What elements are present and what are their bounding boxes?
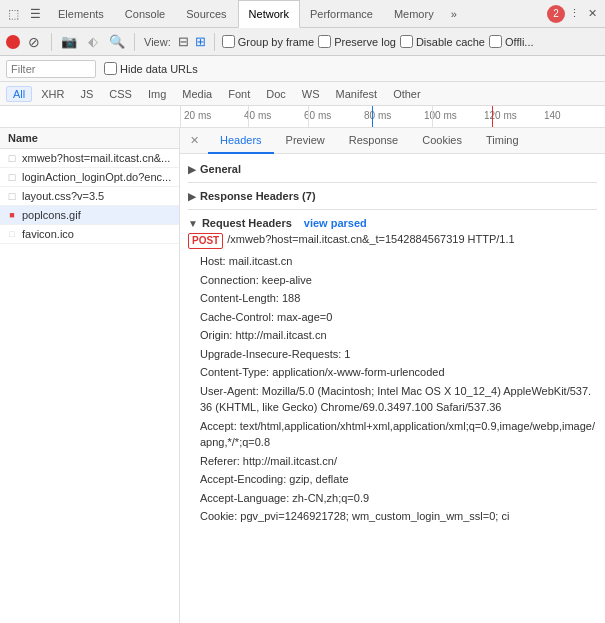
- file-name-poplicons: poplcons.gif: [22, 209, 81, 221]
- disable-cache-checkbox[interactable]: Disable cache: [400, 35, 485, 48]
- header-line-content-type: Content-Type: application/x-www-form-url…: [200, 363, 597, 382]
- type-filter-font[interactable]: Font: [221, 86, 257, 102]
- grid-line-1: [248, 106, 249, 127]
- devtools-close-icon[interactable]: ✕: [583, 5, 601, 23]
- tab-console[interactable]: Console: [115, 0, 176, 28]
- filter-row: Hide data URLs: [0, 56, 605, 82]
- devtools-menu-icon[interactable]: ⋮: [565, 5, 583, 23]
- file-name-favicon: favicon.ico: [22, 228, 74, 240]
- close-panel-button[interactable]: ✕: [186, 133, 202, 149]
- right-pane: ✕ Headers Preview Response Cookies Timin…: [180, 128, 605, 623]
- request-url-value: /xmweb?host=mail.itcast.cn&_t=1542884567…: [227, 233, 514, 245]
- file-item-xmweb[interactable]: □ xmweb?host=mail.itcast.cn&...: [0, 149, 179, 168]
- file-item-poplicons[interactable]: ■ poplcons.gif: [0, 206, 179, 225]
- blue-marker: [372, 106, 373, 127]
- request-headers-arrow-icon: ▼: [188, 218, 198, 229]
- clear-button[interactable]: ⊘: [24, 32, 44, 52]
- header-line-connection: Connection: keep-alive: [200, 271, 597, 290]
- search-icon[interactable]: 🔍: [107, 32, 127, 52]
- grid-line-2: [308, 106, 309, 127]
- inspect-icon[interactable]: ⬚: [4, 5, 22, 23]
- tab-memory[interactable]: Memory: [384, 0, 445, 28]
- request-post-row: POST /xmweb?host=mail.itcast.cn&_t=15428…: [188, 232, 597, 250]
- tab-headers[interactable]: Headers: [208, 128, 274, 154]
- tab-cookies[interactable]: Cookies: [410, 128, 474, 154]
- header-lines-section: Host: mail.itcast.cn Connection: keep-al…: [188, 250, 597, 530]
- tab-bar-icons: ⬚ ☰: [4, 5, 44, 23]
- tick-100ms: 100 ms: [424, 110, 457, 121]
- timeline-inner: 20 ms 40 ms 60 ms 80 ms 100 ms 120 ms 14…: [180, 106, 605, 127]
- type-filter-img[interactable]: Img: [141, 86, 173, 102]
- tab-sources[interactable]: Sources: [176, 0, 237, 28]
- tab-timing[interactable]: Timing: [474, 128, 531, 154]
- type-filter-media[interactable]: Media: [175, 86, 219, 102]
- file-icon-page-1: □: [6, 152, 18, 164]
- tab-elements[interactable]: Elements: [48, 0, 115, 28]
- header-line-referer: Referer: http://mail.itcast.cn/: [200, 452, 597, 471]
- header-line-cache-control: Cache-Control: max-age=0: [200, 308, 597, 327]
- type-filter-other[interactable]: Other: [386, 86, 428, 102]
- preserve-log-checkbox[interactable]: Preserve log: [318, 35, 396, 48]
- post-badge: POST: [188, 233, 223, 249]
- camera-icon[interactable]: 📷: [59, 32, 79, 52]
- general-arrow-icon: ▶: [188, 164, 196, 175]
- filter-input[interactable]: [11, 63, 91, 75]
- file-icon-gif: ■: [6, 209, 18, 221]
- file-icon-page-2: □: [6, 171, 18, 183]
- toolbar-separator-3: [214, 33, 215, 51]
- tab-response[interactable]: Response: [337, 128, 411, 154]
- group-by-frame-checkbox[interactable]: Group by frame: [222, 35, 314, 48]
- right-tabs: ✕ Headers Preview Response Cookies Timin…: [180, 128, 605, 154]
- headers-content: ▶ General ▶ Response Headers (7) ▼ Reque…: [180, 154, 605, 623]
- hide-data-urls-checkbox[interactable]: Hide data URLs: [104, 62, 198, 75]
- type-filter-xhr[interactable]: XHR: [34, 86, 71, 102]
- filter-icon[interactable]: ⬖: [83, 32, 103, 52]
- file-name-layoutcss: layout.css?v=3.5: [22, 190, 104, 202]
- file-item-favicon[interactable]: □ favicon.ico: [0, 225, 179, 244]
- timeline-bar: 20 ms 40 ms 60 ms 80 ms 100 ms 120 ms 14…: [0, 106, 605, 128]
- file-icon-page-3: □: [6, 190, 18, 202]
- type-filter-all[interactable]: All: [6, 86, 32, 102]
- tab-network[interactable]: Network: [238, 0, 300, 28]
- header-line-accept-language: Accept-Language: zh-CN,zh;q=0.9: [200, 489, 597, 508]
- grid-line-4: [432, 106, 433, 127]
- type-filter-manifest[interactable]: Manifest: [329, 86, 385, 102]
- file-list: Name □ xmweb?host=mail.itcast.cn&... □ l…: [0, 128, 180, 623]
- divider-1: [188, 182, 597, 183]
- type-filter-css[interactable]: CSS: [102, 86, 139, 102]
- offline-checkbox[interactable]: Offli...: [489, 35, 534, 48]
- tab-more[interactable]: »: [445, 8, 463, 20]
- general-section-header[interactable]: ▶ General: [188, 160, 597, 178]
- header-line-upgrade: Upgrade-Insecure-Requests: 1: [200, 345, 597, 364]
- header-line-accept-encoding: Accept-Encoding: gzip, deflate: [200, 470, 597, 489]
- device-icon[interactable]: ☰: [26, 5, 44, 23]
- view-grid-icon[interactable]: ⊞: [195, 34, 206, 49]
- file-name-xmweb: xmweb?host=mail.itcast.cn&...: [22, 152, 170, 164]
- divider-2: [188, 209, 597, 210]
- file-item-loginaction[interactable]: □ loginAction_loginOpt.do?enc...: [0, 168, 179, 187]
- tick-20ms: 20 ms: [184, 110, 211, 121]
- response-headers-arrow-icon: ▶: [188, 191, 196, 202]
- toolbar: ⊘ 📷 ⬖ 🔍 View: ⊟ ⊞ Group by frame Preserv…: [0, 28, 605, 56]
- request-headers-section-header[interactable]: ▼ Request Headers view parsed: [188, 214, 597, 232]
- type-filter-row: AllXHRJSCSSImgMediaFontDocWSManifestOthe…: [0, 82, 605, 106]
- grid-line-0: [180, 106, 181, 127]
- record-button[interactable]: [6, 35, 20, 49]
- header-line-host: Host: mail.itcast.cn: [200, 252, 597, 271]
- header-line-origin: Origin: http://mail.itcast.cn: [200, 326, 597, 345]
- tick-120ms: 120 ms: [484, 110, 517, 121]
- type-filter-ws[interactable]: WS: [295, 86, 327, 102]
- type-filter-js[interactable]: JS: [73, 86, 100, 102]
- response-headers-section-header[interactable]: ▶ Response Headers (7): [188, 187, 597, 205]
- view-list-icon[interactable]: ⊟: [178, 34, 189, 49]
- view-parsed-link[interactable]: view parsed: [304, 217, 367, 229]
- file-name-loginaction: loginAction_loginOpt.do?enc...: [22, 171, 171, 183]
- file-item-layoutcss[interactable]: □ layout.css?v=3.5: [0, 187, 179, 206]
- file-list-header: Name: [0, 128, 179, 149]
- tab-preview[interactable]: Preview: [274, 128, 337, 154]
- type-filter-doc[interactable]: Doc: [259, 86, 293, 102]
- tick-140: 140: [544, 110, 561, 121]
- toolbar-separator-1: [51, 33, 52, 51]
- tab-performance[interactable]: Performance: [300, 0, 384, 28]
- red-marker: [492, 106, 493, 127]
